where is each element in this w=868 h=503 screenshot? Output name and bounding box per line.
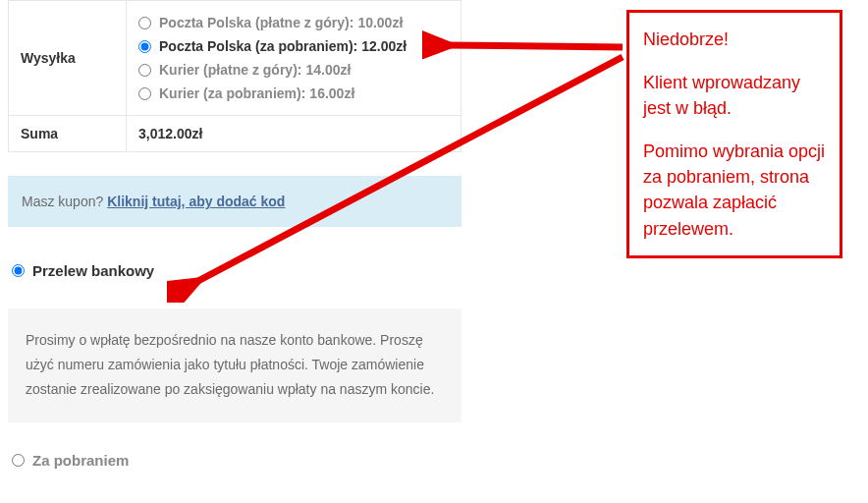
shipping-option-poczta-prepaid[interactable]: Poczta Polska (płatne z góry): 10.00zł: [138, 11, 449, 34]
shipping-option-label: Poczta Polska (za pobraniem):: [159, 38, 357, 54]
payment-block: Przelew bankowy Prosimy o wpłatę bezpośr…: [8, 256, 461, 475]
shipping-option-label: Kurier (za pobraniem):: [159, 85, 305, 101]
shipping-option-price: 12.00zł: [361, 38, 407, 54]
annotation-line: Niedobrze!: [643, 27, 826, 52]
sum-cell: 3,012.00zł: [127, 116, 461, 152]
annotation-line: Klient wprowadzany jest w błąd.: [643, 70, 826, 121]
svg-line-1: [446, 45, 623, 47]
shipping-label: Wysyłka: [9, 1, 127, 116]
sum-label: Suma: [9, 116, 127, 152]
shipping-radio[interactable]: [138, 64, 151, 77]
sum-value: 3,012.00zł: [138, 126, 202, 141]
shipping-option-label: Kurier (płatne z góry):: [159, 62, 301, 78]
shipping-radio[interactable]: [138, 87, 151, 100]
shipping-option-price: 10.00zł: [357, 15, 403, 30]
shipping-options-cell: Poczta Polska (płatne z góry): 10.00zł P…: [127, 1, 461, 116]
payment-description: Prosimy o wpłatę bezpośrednio na nasze k…: [8, 308, 461, 422]
coupon-banner: Masz kupon? Kliknij tutaj, aby dodać kod: [8, 176, 461, 227]
shipping-radio[interactable]: [138, 40, 151, 53]
shipping-option-label: Poczta Polska (płatne z góry):: [159, 15, 353, 30]
payment-option-cod[interactable]: Za pobraniem: [8, 446, 461, 475]
annotation-callout: Niedobrze! Klient wprowadzany jest w błą…: [626, 10, 842, 258]
shipping-option-poczta-cod[interactable]: Poczta Polska (za pobraniem): 12.00zł: [138, 34, 449, 58]
shipping-option-kurier-prepaid[interactable]: Kurier (płatne z góry): 14.00zł: [138, 58, 449, 82]
checkout-table: Wysyłka Poczta Polska (płatne z góry): 1…: [8, 0, 461, 152]
shipping-option-price: 14.00zł: [305, 62, 351, 78]
payment-option-bank-transfer[interactable]: Przelew bankowy: [8, 256, 461, 285]
payment-option-label: Przelew bankowy: [32, 262, 154, 279]
coupon-prompt: Masz kupon?: [22, 194, 103, 209]
annotation-line: Pomimo wybrania opcji za pobraniem, stro…: [643, 139, 826, 241]
payment-radio[interactable]: [12, 454, 25, 467]
shipping-option-price: 16.00zł: [309, 85, 354, 101]
payment-radio[interactable]: [12, 264, 25, 277]
coupon-link[interactable]: Kliknij tutaj, aby dodać kod: [107, 194, 285, 209]
shipping-option-kurier-cod[interactable]: Kurier (za pobraniem): 16.00zł: [138, 82, 449, 105]
payment-option-label: Za pobraniem: [32, 452, 129, 469]
shipping-radio[interactable]: [138, 17, 151, 29]
